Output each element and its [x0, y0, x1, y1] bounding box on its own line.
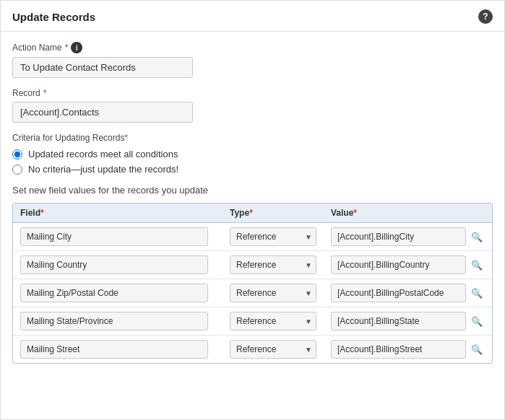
criteria-radio-no-criteria[interactable]: [12, 165, 22, 175]
type-select-1[interactable]: Reference Value Formula: [230, 255, 316, 274]
panel-header: Update Records ?: [1, 1, 504, 32]
field-cell-3: [20, 312, 230, 331]
panel-title: Update Records: [12, 11, 95, 23]
type-select-0[interactable]: Reference Value Formula: [230, 227, 316, 246]
table-row: Reference Value Formula ▼ 🔍: [13, 223, 492, 251]
field-cell-4: [20, 340, 230, 359]
type-select-4[interactable]: Reference Value Formula: [230, 340, 316, 359]
help-icon[interactable]: ?: [478, 9, 493, 24]
search-btn-4[interactable]: 🔍: [469, 341, 485, 357]
value-input-0[interactable]: [331, 227, 466, 246]
field-input-4[interactable]: [20, 340, 208, 359]
type-select-wrapper-4: Reference Value Formula ▼: [230, 340, 316, 359]
criteria-label: Criteria for Updating Records*: [12, 133, 493, 143]
table-row: Reference Value Formula ▼ 🔍: [13, 251, 492, 279]
value-input-2[interactable]: [331, 284, 466, 302]
table-header: Field* Type* Value*: [13, 204, 492, 223]
search-btn-0[interactable]: 🔍: [469, 229, 485, 245]
search-btn-2[interactable]: 🔍: [469, 285, 485, 301]
field-cell-0: [20, 227, 230, 246]
criteria-radio-all-conditions[interactable]: [12, 149, 22, 159]
panel-body: Action Name* i Record* Criteria for Upda…: [1, 32, 504, 375]
value-cell-0: 🔍: [331, 227, 485, 246]
action-name-group: Action Name* i: [12, 42, 493, 78]
type-select-2[interactable]: Reference Value Formula: [230, 284, 316, 302]
value-cell-4: 🔍: [331, 340, 485, 359]
type-select-3[interactable]: Reference Value Formula: [230, 312, 316, 331]
col-header-type: Type*: [230, 208, 331, 218]
type-select-wrapper-3: Reference Value Formula ▼: [230, 312, 316, 331]
field-input-1[interactable]: [20, 255, 208, 274]
criteria-label-all-conditions: Updated records meet all conditions: [28, 149, 178, 159]
col-header-field: Field*: [20, 208, 230, 218]
search-btn-3[interactable]: 🔍: [469, 313, 485, 329]
type-cell-1: Reference Value Formula ▼: [230, 255, 331, 274]
type-select-wrapper-0: Reference Value Formula ▼: [230, 227, 316, 246]
table-row: Reference Value Formula ▼ 🔍: [13, 336, 492, 363]
record-input[interactable]: [12, 102, 193, 123]
type-select-wrapper-2: Reference Value Formula ▼: [230, 284, 316, 302]
field-input-0[interactable]: [20, 227, 208, 246]
col-header-value: Value*: [331, 208, 485, 218]
field-cell-1: [20, 255, 230, 274]
value-input-1[interactable]: [331, 255, 466, 274]
update-records-panel: Update Records ? Action Name* i Record* …: [0, 0, 505, 420]
value-input-3[interactable]: [331, 312, 466, 331]
criteria-option-no-criteria: No criteria—just update the records!: [12, 164, 493, 175]
value-input-4[interactable]: [331, 340, 466, 359]
table-row: Reference Value Formula ▼ 🔍: [13, 279, 492, 307]
action-name-info-icon[interactable]: i: [71, 42, 82, 53]
set-values-label: Set new field values for the records you…: [12, 185, 493, 196]
type-cell-4: Reference Value Formula ▼: [230, 340, 331, 359]
type-cell-2: Reference Value Formula ▼: [230, 284, 331, 302]
record-label: Record*: [12, 88, 493, 98]
value-cell-3: 🔍: [331, 312, 485, 331]
search-btn-1[interactable]: 🔍: [469, 257, 485, 273]
action-name-input[interactable]: [12, 57, 193, 78]
criteria-option-all-conditions: Updated records meet all conditions: [12, 149, 493, 159]
field-input-2[interactable]: [20, 284, 208, 302]
criteria-label-no-criteria: No criteria—just update the records!: [28, 164, 178, 175]
value-cell-1: 🔍: [331, 255, 485, 274]
field-values-table: Field* Type* Value* Reference: [12, 203, 493, 364]
type-select-wrapper-1: Reference Value Formula ▼: [230, 255, 316, 274]
criteria-radio-group: Updated records meet all conditions No c…: [12, 149, 493, 175]
type-cell-3: Reference Value Formula ▼: [230, 312, 331, 331]
type-cell-0: Reference Value Formula ▼: [230, 227, 331, 246]
criteria-section: Criteria for Updating Records* Updated r…: [12, 133, 493, 175]
field-input-3[interactable]: [20, 312, 208, 331]
action-name-label: Action Name* i: [12, 42, 493, 53]
table-row: Reference Value Formula ▼ 🔍: [13, 307, 492, 336]
record-group: Record*: [12, 88, 493, 123]
field-cell-2: [20, 284, 230, 302]
value-cell-2: 🔍: [331, 284, 485, 302]
